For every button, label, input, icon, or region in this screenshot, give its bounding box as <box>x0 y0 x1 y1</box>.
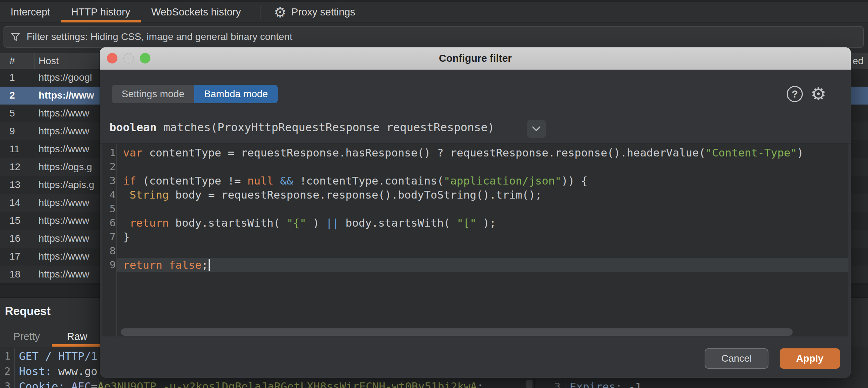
tab-bar-divider <box>260 6 260 19</box>
code-line[interactable]: 7 } <box>102 230 848 244</box>
row-number-cell: 12 <box>9 161 20 173</box>
help-icon[interactable]: ? <box>787 86 803 102</box>
request-view-tab-label: Pretty <box>13 331 40 342</box>
row-host-cell: https://googl <box>39 72 92 83</box>
row-host-cell: https://www <box>39 251 89 262</box>
signature-return-type: boolean <box>109 121 157 134</box>
request-view-tabs: PrettyRaw <box>1 326 102 347</box>
row-number-cell: 9 <box>9 126 15 137</box>
request-view-tab[interactable]: Raw <box>52 326 102 347</box>
code-line[interactable]: 4 String body = requestResponse.response… <box>102 188 848 202</box>
editor-horizontal-scrollbar[interactable] <box>121 328 793 336</box>
filter-mode-toggle: Settings modeBambda mode <box>112 85 278 103</box>
column-header-clipped[interactable]: ed <box>853 55 863 67</box>
row-number-cell: 1 <box>9 72 15 83</box>
proxy-tab-bar: InterceptHTTP historyWebSockets history … <box>0 0 868 23</box>
chevron-down-icon <box>532 126 541 132</box>
editor-gutter-divider <box>116 143 117 336</box>
column-header-host[interactable]: Host <box>39 55 59 67</box>
row-number-cell: 17 <box>9 251 20 262</box>
column-header-number[interactable]: # <box>9 55 15 67</box>
filter-settings-bar[interactable]: Filter settings: Hiding CSS, image and g… <box>4 26 864 48</box>
row-number-cell: 18 <box>9 269 20 280</box>
row-number-cell: 16 <box>9 233 20 244</box>
proxy-settings-label: Proxy settings <box>291 6 355 18</box>
row-host-cell: https://www <box>39 215 89 226</box>
request-line: 3 Cookie: AEC=Ae3NU9QTP_-u-y2koslDgBelaJ… <box>0 379 534 388</box>
burp-suite-window: InterceptHTTP historyWebSockets history … <box>0 0 868 388</box>
row-number-cell: 11 <box>9 143 20 155</box>
proxy-tabs: InterceptHTTP historyWebSockets history <box>0 2 251 22</box>
code-line-text: String body = requestResponse.response()… <box>119 188 542 201</box>
row-host-cell: https://ogs.g <box>39 161 92 173</box>
request-panel-title: Request <box>5 305 50 318</box>
code-line-text: } <box>119 230 130 243</box>
row-host-cell: https://www <box>39 108 89 119</box>
code-line[interactable]: 2 <box>102 160 848 174</box>
code-line-text: if (contentType != null && !contentType.… <box>119 174 588 187</box>
response-line: 3 Expires: -1 <box>535 379 868 388</box>
row-host-cell: https://www <box>39 90 94 101</box>
row-number-cell: 5 <box>9 108 15 119</box>
code-line[interactable]: 8 <box>102 244 848 258</box>
filter-mode-button[interactable]: Bambda mode <box>194 85 278 103</box>
row-host-cell: https://www <box>39 233 89 244</box>
proxy-tab-label: HTTP history <box>71 6 130 18</box>
response-line-text: Expires: -1 <box>565 380 642 388</box>
cancel-button[interactable]: Cancel <box>705 348 768 369</box>
filter-mode-label: Bambda mode <box>204 88 268 100</box>
response-line-number: 3 <box>535 379 565 388</box>
code-line-text: return body.startsWith( "{" ) || body.st… <box>119 216 496 229</box>
row-host-cell: https://apis.g <box>39 179 94 190</box>
proxy-tab[interactable]: WebSockets history <box>141 2 252 22</box>
request-line-number: 3 <box>0 379 15 388</box>
request-view-tab[interactable]: Pretty <box>1 326 52 347</box>
filter-mode-button[interactable]: Settings mode <box>112 85 194 103</box>
request-view-tab-label: Raw <box>67 331 87 342</box>
row-number-cell: 13 <box>9 179 20 190</box>
row-host-cell: https://www <box>39 197 89 208</box>
filter-mode-label: Settings mode <box>122 88 184 100</box>
request-line-number: 1 <box>0 348 15 363</box>
code-line[interactable]: 9 return false; <box>102 258 848 272</box>
request-line-text: GET / HTTP/1 <box>15 350 97 362</box>
proxy-tab[interactable]: HTTP history <box>61 2 141 22</box>
bambda-function-signature: boolean matches(ProxyHttpRequestResponse… <box>109 117 494 138</box>
code-line[interactable]: 3 if (contentType != null && !contentTyp… <box>102 174 848 188</box>
dialog-toolbar-icons: ? ⚙ <box>787 86 826 102</box>
tab-proxy-settings[interactable]: ⚙ Proxy settings <box>269 2 360 22</box>
code-line[interactable]: 5 <box>102 202 848 216</box>
request-line-text: Cookie: AEC=Ae3NU9QTP_-u-y2koslDgBelaJaR… <box>15 380 483 388</box>
code-line-text: return false; <box>119 259 210 271</box>
close-window-button[interactable] <box>107 53 117 63</box>
apply-button[interactable]: Apply <box>780 348 840 369</box>
row-host-cell: https://www <box>39 126 89 137</box>
gear-icon: ⚙ <box>274 5 286 19</box>
configure-filter-dialog: Configure filter Settings modeBambda mod… <box>100 47 851 378</box>
window-controls <box>107 53 150 63</box>
dialog-titlebar[interactable]: Configure filter <box>100 47 851 70</box>
code-line[interactable]: 1 var contentType = requestResponse.hasR… <box>102 146 848 160</box>
filter-settings-text: Filter settings: Hiding CSS, image and g… <box>27 31 292 42</box>
proxy-tab[interactable]: Intercept <box>0 2 61 22</box>
bambda-code-editor[interactable]: 1 var contentType = requestResponse.hasR… <box>102 143 848 336</box>
code-line-text: var contentType = requestResponse.hasRes… <box>119 146 803 159</box>
signature-dropdown-button[interactable] <box>527 120 546 138</box>
settings-gear-icon[interactable]: ⚙ <box>811 86 826 102</box>
row-number-cell: 14 <box>9 197 20 208</box>
row-number-cell: 15 <box>9 215 20 226</box>
signature-rest: matches(ProxyHttpRequestResponse request… <box>157 121 494 134</box>
request-scrollbar-thumb[interactable] <box>526 380 533 388</box>
row-number-cell: 2 <box>9 90 15 101</box>
request-line-number: 2 <box>0 363 15 379</box>
row-host-cell: https://www <box>39 269 89 280</box>
zoom-window-button[interactable] <box>140 53 150 63</box>
minimize-window-button[interactable] <box>123 53 134 63</box>
row-host-cell: https://www <box>39 143 89 155</box>
dialog-title: Configure filter <box>439 53 512 64</box>
filter-funnel-icon <box>10 31 21 42</box>
request-line-text: Host: www.go <box>15 365 97 377</box>
proxy-tab-label: WebSockets history <box>151 6 241 18</box>
proxy-tab-label: Intercept <box>11 6 50 18</box>
code-line[interactable]: 6 return body.startsWith( "{" ) || body.… <box>102 216 848 230</box>
